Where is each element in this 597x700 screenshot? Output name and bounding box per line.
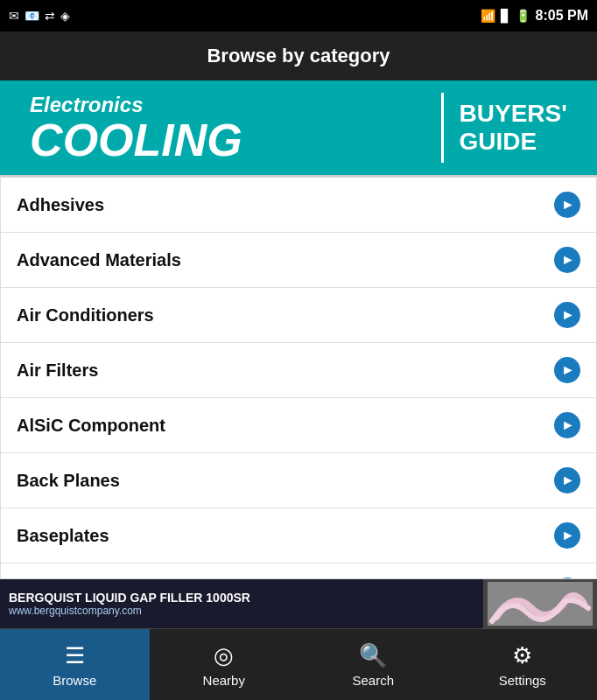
nav-nearby-label: Nearby (203, 673, 245, 688)
search-icon: 🔍 (359, 642, 387, 669)
ad-banner[interactable]: BERGQUIST LIQUID GAP FILLER 1000SR www.b… (0, 579, 597, 628)
category-label-back-planes: Back Planes (17, 471, 120, 491)
status-bar: ✉ 📧 ⇄ ◈ 📶 ▊ 🔋 8:05 PM (0, 0, 597, 32)
nav-search[interactable]: 🔍 Search (298, 629, 448, 700)
status-icons-left: ✉ 📧 ⇄ ◈ (9, 9, 70, 23)
brand-cooling: COOLING (30, 117, 425, 163)
brand-left: Electronics COOLING (30, 93, 425, 163)
ad-title: BERGQUIST LIQUID GAP FILLER 1000SR (9, 591, 474, 605)
main-content: Electronics COOLING BUYERS' GUIDE Adhesi… (0, 80, 597, 628)
android-icon: ◈ (60, 9, 70, 23)
category-item-aisic-component[interactable]: AlSiC Component► (1, 398, 596, 453)
signal-icon: ▊ (501, 9, 510, 23)
usb-icon: ⇄ (45, 9, 55, 23)
brand-banner: Electronics COOLING BUYERS' GUIDE (0, 80, 597, 177)
nav-search-label: Search (352, 673, 394, 688)
banner-divider (441, 93, 444, 163)
nav-nearby[interactable]: ◎ Nearby (150, 629, 299, 700)
category-label-air-filters: Air Filters (17, 360, 98, 381)
nav-browse-label: Browse (53, 673, 96, 688)
gmail-icon: ✉ (9, 9, 19, 23)
category-label-aisic-component: AlSiC Component (17, 416, 165, 436)
chevron-icon-back-planes: ► (554, 467, 580, 494)
chevron-icon-adhesives: ► (554, 192, 580, 218)
category-label-advanced-materials: Advanced Materials (17, 250, 181, 270)
nearby-icon: ◎ (214, 642, 234, 669)
chevron-icon-air-filters: ► (554, 357, 580, 383)
ad-svg (488, 582, 593, 626)
page-title: Browse by category (207, 45, 390, 67)
chevron-icon-aisic-component: ► (554, 412, 580, 438)
page-header: Browse by category (0, 32, 597, 80)
status-time: 8:05 PM (536, 8, 588, 24)
ad-image (483, 579, 597, 628)
category-label-air-conditioners: Air Conditioners (17, 305, 154, 326)
category-item-air-conditioners[interactable]: Air Conditioners► (1, 288, 596, 343)
category-item-blower-fan-accessories[interactable]: Blower/Fan Accessories► (1, 564, 596, 579)
settings-icon: ⚙ (512, 642, 532, 669)
browse-icon: ☰ (65, 642, 85, 669)
category-label-baseplates: Baseplates (17, 526, 109, 546)
battery-icon: 🔋 (516, 9, 530, 23)
wifi-icon: 📶 (481, 9, 495, 23)
category-label-adhesives: Adhesives (17, 195, 104, 215)
chevron-icon-air-conditioners: ► (554, 302, 580, 328)
bottom-nav: ☰ Browse ◎ Nearby 🔍 Search ⚙ Settings (0, 628, 597, 700)
nav-settings[interactable]: ⚙ Settings (448, 629, 598, 700)
brand-buyers: BUYERS' (460, 100, 567, 128)
brand-guide: GUIDE (460, 128, 567, 156)
status-icons-right: 📶 ▊ 🔋 8:05 PM (481, 8, 588, 24)
category-list: Adhesives►Advanced Materials►Air Conditi… (0, 177, 597, 579)
chevron-icon-advanced-materials: ► (554, 247, 580, 273)
category-item-back-planes[interactable]: Back Planes► (1, 453, 596, 508)
nav-browse[interactable]: ☰ Browse (0, 629, 150, 700)
category-item-advanced-materials[interactable]: Advanced Materials► (1, 233, 596, 288)
brand-electronics: Electronics (30, 93, 425, 117)
category-item-adhesives[interactable]: Adhesives► (1, 178, 596, 233)
ad-text: BERGQUIST LIQUID GAP FILLER 1000SR www.b… (0, 587, 483, 620)
chevron-icon-baseplates: ► (554, 522, 580, 549)
nav-settings-label: Settings (499, 673, 546, 688)
category-item-baseplates[interactable]: Baseplates► (1, 508, 596, 564)
ad-url: www.bergquistcompany.com (9, 605, 474, 617)
category-item-air-filters[interactable]: Air Filters► (1, 343, 596, 398)
email-icon: 📧 (25, 9, 39, 23)
brand-right: BUYERS' GUIDE (460, 100, 567, 156)
